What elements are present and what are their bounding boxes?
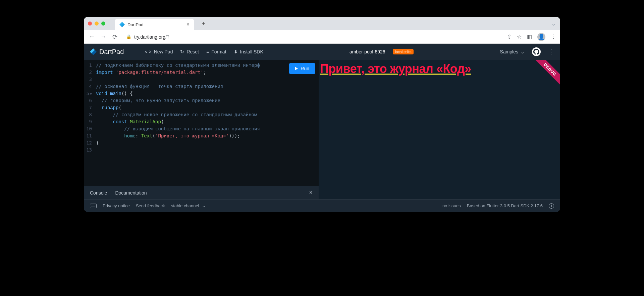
download-icon: ⬇ <box>234 49 238 54</box>
app-header: DartPad < > New Pad ↻ Reset ≡ Format ⬇ I… <box>84 44 560 60</box>
browser-window: DartPad × + ⌄ ← → ⟳ 🔒 try.dartlang.org/?… <box>84 17 560 212</box>
play-icon <box>295 67 298 70</box>
url-host: try.dartlang.org <box>134 34 165 40</box>
close-window-button[interactable] <box>88 22 92 26</box>
format-icon: ≡ <box>206 49 209 54</box>
maximize-window-button[interactable] <box>101 22 105 26</box>
output-panel: Привет, это журнал «Код» DEBUG <box>319 60 560 199</box>
issues-status: no issues <box>442 203 461 208</box>
code-editor-panel: Run 12345▼678910111213 // подключаем биб… <box>84 60 319 199</box>
close-panel-icon[interactable]: × <box>309 189 313 196</box>
privacy-link[interactable]: Privacy notice <box>103 203 130 208</box>
chevron-down-icon: ⌄ <box>202 203 206 208</box>
documentation-tab[interactable]: Documentation <box>115 190 147 196</box>
bottom-tabs: Console Documentation × <box>84 186 319 199</box>
console-tab[interactable]: Console <box>90 190 107 196</box>
url-path: /? <box>165 34 169 40</box>
version-info: Based on Flutter 3.0.5 Dart SDK 2.17.6 <box>467 203 543 208</box>
lock-icon: 🔒 <box>126 34 131 39</box>
share-icon[interactable]: ⇧ <box>507 34 512 40</box>
status-bar: Privacy notice Send feedback stable chan… <box>84 199 560 212</box>
line-gutter: 12345▼678910111213 <box>84 62 95 186</box>
channel-label: stable channel <box>171 203 199 208</box>
browser-actions: ⇧ ☆ ◧ 👤 ⋮ <box>507 33 555 41</box>
code-area[interactable]: 12345▼678910111213 // подключаем библиот… <box>84 60 319 186</box>
run-button[interactable]: Run <box>289 63 315 74</box>
dartpad-logo[interactable]: DartPad <box>90 48 124 56</box>
format-button[interactable]: ≡ Format <box>206 49 226 54</box>
run-label: Run <box>301 66 309 71</box>
bookmark-icon[interactable]: ☆ <box>517 34 522 40</box>
pad-name: amber-pool-6926 <box>350 49 385 54</box>
local-edits-badge: local edits <box>393 49 414 54</box>
reload-button[interactable]: ⟳ <box>111 33 118 41</box>
format-label: Format <box>211 49 226 54</box>
forward-button[interactable]: → <box>100 33 107 40</box>
github-link[interactable] <box>532 47 541 56</box>
reset-label: Reset <box>186 49 199 54</box>
new-pad-button[interactable]: < > New Pad <box>145 49 173 54</box>
samples-dropdown[interactable]: Samples ⌄ <box>500 49 525 54</box>
address-bar[interactable]: 🔒 try.dartlang.org/? <box>123 32 502 42</box>
tab-title: DartPad <box>127 22 144 27</box>
chevron-down-icon: ⌄ <box>521 49 525 54</box>
install-sdk-button[interactable]: ⬇ Install SDK <box>234 49 263 54</box>
minimize-window-button[interactable] <box>95 22 99 26</box>
reset-button[interactable]: ↻ Reset <box>180 49 199 54</box>
app-body: Run 12345▼678910111213 // подключаем биб… <box>84 60 560 199</box>
browser-toolbar: ← → ⟳ 🔒 try.dartlang.org/? ⇧ ☆ ◧ 👤 ⋮ <box>84 30 560 44</box>
app-menu-icon[interactable]: ⋮ <box>548 48 554 55</box>
install-sdk-label: Install SDK <box>240 49 263 54</box>
output-text: Привет, это журнал «Код» <box>319 60 560 78</box>
extensions-icon[interactable]: ◧ <box>527 34 532 40</box>
feedback-link[interactable]: Send feedback <box>136 203 165 208</box>
info-icon[interactable]: i <box>549 203 554 209</box>
close-tab-icon[interactable]: × <box>186 22 190 28</box>
dart-icon <box>119 22 125 27</box>
github-icon <box>533 49 539 55</box>
reset-icon: ↻ <box>180 49 184 54</box>
code-content[interactable]: // подключаем библиотеку со стандартными… <box>95 62 319 186</box>
dart-logo-icon <box>90 48 97 55</box>
channel-selector[interactable]: stable channel ⌄ <box>171 203 206 208</box>
back-button[interactable]: ← <box>89 33 95 40</box>
new-pad-label: New Pad <box>154 49 173 54</box>
logo-text: DartPad <box>99 48 124 56</box>
samples-label: Samples <box>500 49 518 54</box>
profile-avatar[interactable]: 👤 <box>537 33 545 41</box>
keyboard-icon[interactable] <box>90 204 97 208</box>
new-tab-button[interactable]: + <box>202 20 206 28</box>
code-icon: < > <box>145 49 151 54</box>
window-titlebar: DartPad × + ⌄ <box>84 17 560 30</box>
browser-tab[interactable]: DartPad × <box>115 19 194 30</box>
tabs-dropdown-icon[interactable]: ⌄ <box>551 20 556 27</box>
browser-menu-icon[interactable]: ⋮ <box>551 34 555 40</box>
